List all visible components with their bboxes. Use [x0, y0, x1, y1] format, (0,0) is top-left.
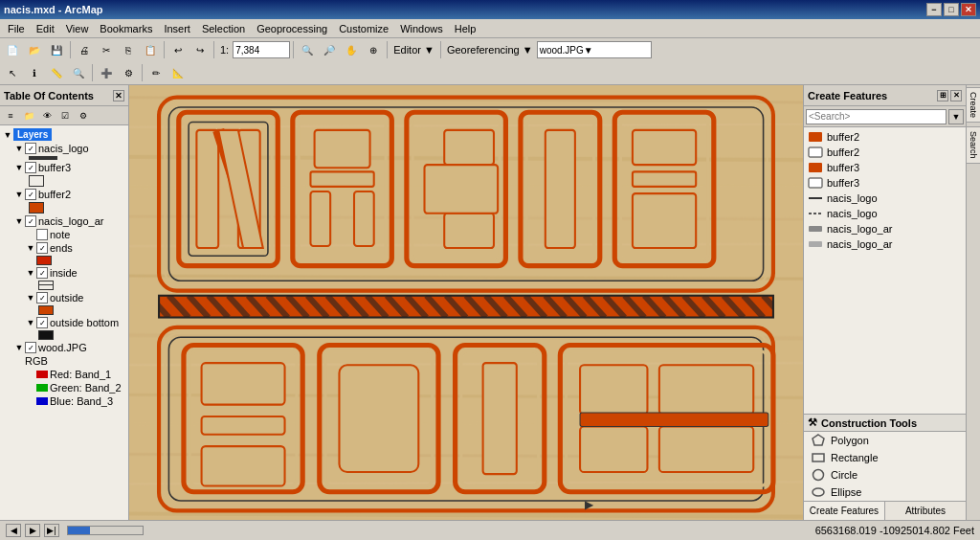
undo-button[interactable]: ↩ [167, 40, 189, 59]
redo-button[interactable]: ↪ [189, 40, 211, 59]
toc-layers-group[interactable]: ▼ Layers [0, 127, 128, 142]
panel-close-button[interactable]: ✕ [950, 90, 962, 101]
find-button[interactable]: 🔍 [68, 63, 89, 82]
nacis-logo-ar-checkbox[interactable] [25, 215, 36, 227]
tab-attributes[interactable]: Attributes [885, 502, 966, 520]
svg-rect-44 [633, 130, 696, 165]
status-next-button[interactable]: ▶| [44, 524, 59, 537]
map-area[interactable]: ▶ [129, 85, 803, 520]
ends-checkbox[interactable] [36, 242, 48, 254]
nacis-logo-dash-label: nacis_logo [827, 208, 878, 219]
menu-geoprocessing[interactable]: Geoprocessing [251, 21, 333, 36]
svg-rect-31 [310, 191, 330, 246]
window-controls: − □ ✕ [926, 3, 976, 16]
toc-list-by-source[interactable]: 📁 [20, 108, 37, 124]
feature-item-nacis-logo-line[interactable]: nacis_logo [804, 191, 966, 206]
nacis-logo-checkbox[interactable] [25, 143, 36, 154]
feature-item-buffer3-orange[interactable]: buffer3 [804, 160, 966, 175]
search-input[interactable] [806, 109, 947, 124]
note-checkbox[interactable] [36, 229, 48, 240]
toc-item-buffer3[interactable]: ▼ buffer3 [0, 161, 128, 174]
toc-list-by-drawing-order[interactable]: ≡ [2, 108, 19, 124]
toc-close-button[interactable]: ✕ [113, 90, 124, 101]
toc-green-band[interactable]: Green: Band_2 [0, 381, 128, 394]
print-button[interactable]: 🖨 [74, 40, 95, 59]
zoom-out-button[interactable]: 🔎 [319, 40, 340, 59]
status-play-button[interactable]: ▶ [25, 524, 40, 537]
feature-item-buffer2-orange[interactable]: buffer2 [804, 129, 966, 145]
panel-float-button[interactable]: ⊞ [937, 90, 948, 101]
tool-circle[interactable]: Circle [804, 466, 966, 484]
pan-button[interactable]: ✋ [341, 40, 362, 59]
side-tab-search[interactable]: Search [966, 126, 980, 164]
buffer2-checkbox[interactable] [25, 189, 36, 200]
menu-bookmarks[interactable]: Bookmarks [94, 21, 158, 36]
identify-button[interactable]: ℹ [24, 63, 45, 82]
toc-red-band[interactable]: Red: Band_1 [0, 368, 128, 381]
toc-item-nacis-logo[interactable]: ▼ nacis_logo [0, 142, 128, 155]
minimize-button[interactable]: − [926, 3, 942, 16]
toc-item-buffer2[interactable]: ▼ buffer2 [0, 188, 128, 201]
scale-input[interactable]: 7,384 [233, 41, 290, 58]
close-button[interactable]: ✕ [961, 3, 976, 16]
georeferencing-label[interactable]: Georeferencing ▼ [444, 44, 536, 56]
toc-item-outside-bottom[interactable]: ▼ outside bottom [0, 316, 128, 329]
svg-rect-33 [315, 130, 370, 168]
add-data-button[interactable]: ➕ [96, 63, 117, 82]
separator-bar [149, 296, 784, 318]
tool-polygon[interactable]: Polygon [804, 432, 966, 449]
outside-bottom-checkbox[interactable] [36, 317, 48, 328]
tool-ellipse[interactable]: Ellipse [804, 484, 966, 501]
paste-button[interactable]: 📋 [140, 40, 161, 59]
toc-item-note[interactable]: note [0, 228, 128, 241]
feature-item-nacis-logo-dash[interactable]: nacis_logo [804, 206, 966, 221]
feature-item-nacis-logo-ar-1[interactable]: nacis_logo_ar [804, 221, 966, 236]
outside-checkbox[interactable] [36, 292, 48, 304]
menu-customize[interactable]: Customize [333, 21, 394, 36]
menu-help[interactable]: Help [449, 21, 482, 36]
side-tab-create[interactable]: Create [966, 87, 980, 123]
full-extent-button[interactable]: ⊕ [363, 40, 384, 59]
feature-item-buffer3-white[interactable]: buffer3 [804, 175, 966, 191]
menu-selection[interactable]: Selection [196, 21, 251, 36]
toc-blue-band[interactable]: Blue: Band_3 [0, 394, 128, 408]
toc-item-wood[interactable]: ▼ wood.JPG [0, 341, 128, 354]
toc-options[interactable]: ⚙ [75, 108, 92, 124]
feature-item-nacis-logo-ar-2[interactable]: nacis_logo_ar [804, 236, 966, 252]
zoom-in-button[interactable]: 🔍 [297, 40, 318, 59]
toc-list-by-visibility[interactable]: 👁 [38, 108, 56, 124]
menu-windows[interactable]: Windows [394, 21, 449, 36]
inside-checkbox[interactable] [36, 267, 48, 279]
wood-checkbox[interactable] [25, 342, 36, 353]
toc-item-outside[interactable]: ▼ outside [0, 291, 128, 304]
edit-tool-button[interactable]: ✏ [145, 63, 167, 82]
toc-list-by-selection[interactable]: ☑ [56, 108, 74, 124]
menu-file[interactable]: File [2, 21, 31, 36]
toc-item-inside[interactable]: ▼ inside [0, 266, 128, 280]
buffer3-checkbox[interactable] [25, 162, 36, 173]
copy-button[interactable]: ⎘ [118, 40, 139, 59]
editor-label[interactable]: Editor ▼ [390, 44, 437, 56]
cut-button[interactable]: ✂ [96, 40, 117, 59]
menu-edit[interactable]: Edit [31, 21, 60, 36]
sep-1 [70, 41, 71, 58]
tool-rectangle[interactable]: Rectangle [804, 449, 966, 466]
tab-create-features[interactable]: Create Features [804, 502, 885, 520]
new-button[interactable]: 📄 [2, 40, 23, 59]
search-button[interactable]: ▼ [948, 109, 964, 124]
toc-item-ends[interactable]: ▼ ends [0, 241, 128, 255]
panel-tabs: Create Features Attributes [804, 501, 966, 520]
open-button[interactable]: 📂 [24, 40, 45, 59]
select-button[interactable]: ↖ [2, 63, 23, 82]
georeferencing-dropdown[interactable]: wood.JPG▼ [537, 41, 652, 58]
save-button[interactable]: 💾 [46, 40, 67, 59]
toc-item-nacis-logo-ar[interactable]: ▼ nacis_logo_ar [0, 214, 128, 228]
maximize-button[interactable]: □ [944, 3, 959, 16]
menu-view[interactable]: View [60, 21, 95, 36]
layer-properties-button[interactable]: ⚙ [118, 63, 139, 82]
feature-item-buffer2-white[interactable]: buffer2 [804, 145, 966, 160]
sketch-tool-button[interactable]: 📐 [167, 63, 189, 82]
measure-button[interactable]: 📏 [46, 63, 67, 82]
status-prev-button[interactable]: ◀ [6, 524, 21, 537]
menu-insert[interactable]: Insert [158, 21, 196, 36]
